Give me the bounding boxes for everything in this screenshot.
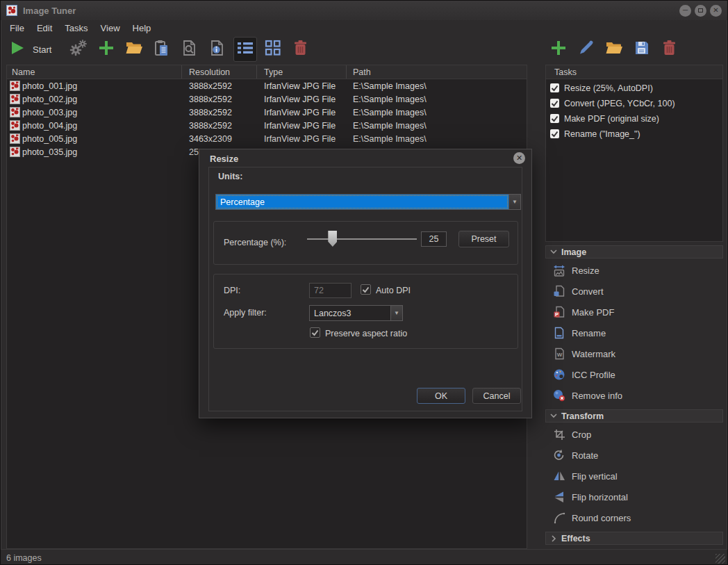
file-table-body: photo_001.jpg 3888x2592 IrfanView JPG Fi… (7, 79, 527, 158)
sidebar-item-label: Flip vertical (572, 471, 618, 482)
cancel-button[interactable]: Cancel (472, 388, 521, 404)
table-row[interactable]: photo_001.jpg 3888x2592 IrfanView JPG Fi… (7, 79, 527, 92)
sidebar-item-round-corners[interactable]: Round corners (545, 507, 723, 528)
table-row[interactable]: photo_003.jpg 3888x2592 IrfanView JPG Fi… (7, 106, 527, 119)
paste-button[interactable] (150, 37, 174, 62)
dialog-close-button[interactable]: ✕ (513, 152, 525, 164)
sidebar-item-label: ICC Profile (572, 370, 615, 380)
table-row[interactable]: photo_002.jpg 3888x2592 IrfanView JPG Fi… (7, 92, 527, 106)
task-item[interactable]: Convert (JPEG, YCbCr, 100) (546, 97, 722, 110)
task-checkbox[interactable] (550, 129, 559, 138)
section-header-transform[interactable]: Transform (545, 409, 723, 423)
table-row[interactable]: photo_005.jpg 3463x2309 IrfanView JPG Fi… (7, 132, 527, 145)
sidebar-item-watermark[interactable]: W Watermark (545, 343, 723, 364)
file-type: IrfanView JPG File (257, 81, 347, 91)
rotate-icon (553, 449, 565, 461)
edit-task-button[interactable] (574, 37, 598, 62)
open-folder-button[interactable] (122, 37, 146, 62)
sidebar-item-label: Remove info (572, 391, 622, 401)
percentage-slider[interactable] (307, 231, 417, 247)
units-value: Percentage (216, 195, 508, 209)
tasks-pane: Tasks Resize (25%, AutoDPI) Convert (JPE… (545, 65, 723, 242)
file-name: photo_002.jpg (22, 95, 77, 104)
image-file-icon (10, 94, 21, 105)
auto-dpi-label[interactable]: Auto DPI (376, 286, 411, 295)
task-label: Convert (JPEG, YCbCr, 100) (564, 99, 675, 108)
sidebar-item-convert[interactable]: Convert (545, 281, 723, 302)
column-header-resolution[interactable]: Resolution (182, 65, 257, 79)
close-button[interactable]: ✕ (710, 5, 722, 17)
sidebar-item-crop[interactable]: Crop (545, 424, 723, 445)
file-name: photo_004.jpg (22, 121, 77, 131)
menu-item[interactable]: Edit (31, 22, 58, 35)
list-view-button[interactable] (233, 37, 257, 62)
resize-grip[interactable] (715, 554, 725, 564)
preserve-aspect-label[interactable]: Preserve aspect ratio (325, 329, 407, 338)
start-button[interactable]: Start (9, 40, 51, 59)
preset-button[interactable]: Preset (458, 231, 509, 247)
sidebar-item-flip-vertical[interactable]: Flip vertical (545, 466, 723, 486)
task-item[interactable]: Resize (25%, AutoDPI) (546, 81, 722, 95)
menu-item[interactable]: File (3, 22, 31, 35)
menu-item[interactable]: View (94, 22, 126, 35)
sidebar-item-make-pdf[interactable]: P Make PDF (545, 302, 723, 322)
percentage-slider-handle[interactable] (328, 231, 337, 247)
add-task-button[interactable] (547, 37, 570, 62)
units-combobox[interactable]: Percentage ▼ (215, 194, 521, 210)
section-title: Transform (561, 411, 604, 421)
column-header-path[interactable]: Path (347, 65, 527, 79)
resize-icon (553, 264, 565, 277)
percentage-input[interactable]: 25 (421, 231, 447, 247)
plus-icon (98, 40, 115, 59)
column-header-type[interactable]: Type (257, 65, 347, 79)
settings-button[interactable] (67, 37, 90, 62)
file-type: IrfanView JPG File (257, 121, 347, 131)
task-checkbox[interactable] (550, 83, 559, 92)
minimize-button[interactable]: ─ (679, 5, 691, 17)
open-tasks-button[interactable] (602, 37, 626, 62)
section-header-image[interactable]: Image (545, 245, 723, 259)
section-header-effects[interactable]: Effects (545, 532, 723, 545)
save-tasks-button[interactable] (630, 37, 654, 62)
task-item[interactable]: Make PDF (original size) (546, 112, 722, 125)
remove-files-button[interactable] (289, 37, 313, 62)
dropdown-arrow-icon[interactable]: ▼ (390, 306, 402, 320)
sidebar-item-resize[interactable]: Resize (545, 260, 723, 281)
file-path: E:\Sample Images\ (347, 95, 527, 104)
column-header-name[interactable]: Name (7, 65, 182, 79)
sidebar-item-remove-info[interactable]: Remove info (545, 385, 723, 406)
ok-button[interactable]: OK (417, 388, 465, 404)
task-label: Make PDF (original size) (564, 114, 659, 124)
sidebar-item-icc-profile[interactable]: ICC Profile (545, 364, 723, 385)
grid-view-button[interactable] (261, 37, 285, 62)
slider-track[interactable] (307, 238, 417, 240)
task-item[interactable]: Rename ("Image_") (546, 127, 722, 140)
file-type: IrfanView JPG File (257, 134, 347, 144)
file-resolution: 3888x2592 (182, 108, 257, 117)
menu-item[interactable]: Tasks (58, 22, 94, 35)
task-checkbox[interactable] (550, 99, 559, 108)
sidebar-item-label: Watermark (572, 349, 615, 359)
play-icon (9, 40, 26, 59)
maximize-button[interactable] (695, 5, 706, 17)
table-row[interactable]: photo_004.jpg 3888x2592 IrfanView JPG Fi… (7, 119, 527, 132)
sidebar-item-flip-horizontal[interactable]: Flip horizontal (545, 486, 723, 507)
pencil-icon (578, 40, 595, 59)
task-checkbox[interactable] (550, 114, 559, 123)
auto-dpi-checkbox[interactable] (361, 284, 371, 295)
sidebar-item-rotate[interactable]: Rotate (545, 445, 723, 466)
preview-button[interactable] (178, 37, 201, 62)
dpi-input[interactable]: 72 (309, 283, 351, 298)
delete-task-button[interactable] (658, 37, 681, 62)
sidebar-item-label: Resize (572, 265, 599, 276)
file-path: E:\Sample Images\ (347, 108, 527, 117)
sidebar-item-rename[interactable]: Rename (545, 322, 723, 343)
add-files-button[interactable] (94, 37, 118, 62)
dropdown-arrow-icon[interactable]: ▼ (508, 195, 520, 209)
sidebar-item-label: Make PDF (572, 307, 614, 318)
menu-item[interactable]: Help (126, 22, 158, 35)
image-file-icon (10, 120, 21, 131)
file-info-button[interactable] (206, 37, 229, 62)
filter-combobox[interactable]: Lanczos3 ▼ (309, 305, 403, 321)
preserve-aspect-checkbox[interactable] (310, 327, 320, 338)
